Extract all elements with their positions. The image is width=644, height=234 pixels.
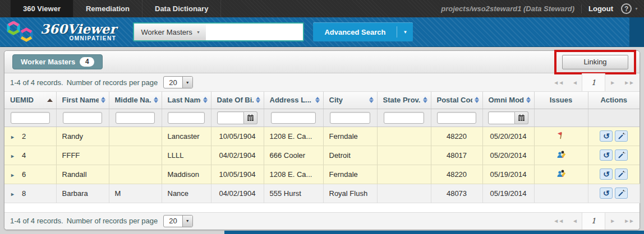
cell-state-province <box>377 146 431 165</box>
undo-icon: ↺ <box>603 151 610 159</box>
logo-title: 360Viewer <box>40 23 116 35</box>
advanced-search-dropdown[interactable]: ▼ <box>397 22 413 41</box>
prev-page-button[interactable]: ◄ <box>568 79 582 86</box>
nav-tab-remediation[interactable]: Remediation <box>73 0 142 17</box>
person-edit-icon <box>556 150 566 159</box>
nav-tab-360-viewer[interactable]: 360 Viewer <box>10 0 73 17</box>
cell-city: Royal Flush <box>323 184 377 203</box>
results-panel: Worker Masters 4 Linking 1-4 of 4 record… <box>4 50 640 230</box>
column-label: First Name <box>62 96 99 104</box>
records-bar-top: 1-4 of 4 records. Number of records per … <box>4 73 640 92</box>
filter-state-province-input[interactable] <box>384 112 424 124</box>
calendar-picker-button[interactable] <box>515 111 528 124</box>
next-page-button[interactable]: ► <box>605 218 619 224</box>
cell-middle-name <box>109 146 162 165</box>
history-action-button[interactable]: ↺ <box>600 188 613 199</box>
logout-button[interactable]: Logout <box>588 4 613 13</box>
table-row[interactable]: ►2 Randy Lancaster 10/05/1904 1208 E. Ca… <box>4 127 640 146</box>
search-input[interactable] <box>206 24 305 40</box>
history-action-button[interactable]: ↺ <box>600 130 613 142</box>
cell-last-name: Nance <box>162 184 211 203</box>
expand-row-icon[interactable]: ► <box>10 153 15 159</box>
undo-icon: ↺ <box>603 170 610 178</box>
filter-uemid-input[interactable] <box>11 112 50 124</box>
person-edit-icon <box>556 169 566 178</box>
calendar-icon <box>247 114 254 121</box>
cell-uemid: 4 <box>22 151 26 160</box>
column-header-date-of-birth[interactable]: Date Of Bi... <box>211 92 264 109</box>
filter-middle-name-input[interactable] <box>116 112 155 124</box>
worker-masters-table: UEMID First Name Middle Na... Last Name … <box>4 92 640 203</box>
cell-address: 1208 E. Ca... <box>264 165 323 184</box>
table-row[interactable]: ►8 Barbara M Nance 04/02/1904 555 Hurst … <box>4 184 640 203</box>
first-page-button[interactable]: ◄◄ <box>549 79 568 86</box>
calendar-icon <box>518 114 525 121</box>
nav-tab-data-dictionary[interactable]: Data Dictionary <box>142 0 221 17</box>
cell-address: 555 Hurst <box>264 184 323 203</box>
prev-page-button[interactable]: ◄ <box>568 218 582 224</box>
column-header-last-name[interactable]: Last Name <box>162 92 211 109</box>
column-header-address[interactable]: Address L... <box>264 92 323 109</box>
column-label: City <box>329 96 343 104</box>
sort-icon <box>472 97 479 103</box>
column-label: Middle Na... <box>115 96 151 104</box>
current-page[interactable]: 1 <box>582 213 605 230</box>
sort-icon <box>151 97 158 103</box>
cell-first-name: FFFF <box>56 146 109 165</box>
column-label: Actions <box>600 96 627 104</box>
first-page-button[interactable]: ◄◄ <box>549 218 568 224</box>
column-header-uemid[interactable]: UEMID <box>4 92 56 109</box>
per-page-select[interactable]: 20 ▼ <box>163 76 192 88</box>
column-header-city[interactable]: City <box>323 92 377 109</box>
history-action-button[interactable]: ↺ <box>600 149 613 161</box>
resolve-action-button[interactable] <box>615 169 628 180</box>
cell-first-name: Barbara <box>56 184 109 203</box>
table-bottom-spacer <box>4 203 640 212</box>
filter-city-input[interactable] <box>330 112 370 124</box>
filter-omni-modified-input[interactable] <box>488 111 515 124</box>
cell-city: Detroit <box>323 146 377 165</box>
last-page-button[interactable]: ►► <box>619 218 638 224</box>
cell-postal-code: 48017 <box>431 146 482 165</box>
main-content: Worker Masters 4 Linking 1-4 of 4 record… <box>0 47 644 230</box>
sort-icon <box>367 97 374 103</box>
column-header-middle-name[interactable]: Middle Na... <box>109 92 162 109</box>
next-page-button[interactable]: ► <box>605 79 619 86</box>
column-header-omni-modified[interactable]: Omni Mod... <box>482 92 534 109</box>
table-row[interactable]: ►4 FFFF LLLL 04/02/1904 666 Cooler Detro… <box>4 146 640 165</box>
cell-omni-modified: 05/20/2014 <box>482 146 534 165</box>
column-header-state-province[interactable]: State Prov... <box>377 92 431 109</box>
filter-postal-code-input[interactable] <box>437 112 476 124</box>
per-page-select[interactable]: 20 ▼ <box>163 215 192 227</box>
records-summary: 1-4 of 4 records. <box>10 78 63 87</box>
resolve-action-button[interactable] <box>615 149 628 161</box>
cell-postal-code: 48073 <box>431 184 482 203</box>
filter-first-name-input[interactable] <box>63 112 103 124</box>
per-page-value: 20 <box>164 77 182 88</box>
resolve-action-button[interactable] <box>615 188 628 199</box>
expand-row-icon[interactable]: ► <box>10 172 15 178</box>
cell-middle-name <box>109 165 162 184</box>
column-header-first-name[interactable]: First Name <box>56 92 109 109</box>
filter-address-input[interactable] <box>271 112 316 124</box>
filter-last-name-input[interactable] <box>168 112 205 124</box>
tab-worker-masters[interactable]: Worker Masters 4 <box>12 54 103 69</box>
last-page-button[interactable]: ►► <box>619 79 638 86</box>
current-page[interactable]: 1 <box>582 73 605 91</box>
advanced-search-button[interactable]: Advanced Search <box>313 22 397 41</box>
filter-row <box>4 109 640 127</box>
column-header-postal-code[interactable]: Postal Code <box>431 92 482 109</box>
history-action-button[interactable]: ↺ <box>600 169 613 180</box>
entity-selector-dropdown[interactable]: Worker Masters ▼ <box>134 24 205 40</box>
top-nav: 360 Viewer Remediation Data Dictionary p… <box>0 0 644 17</box>
calendar-picker-button[interactable] <box>244 111 257 124</box>
help-menu[interactable]: ? ▼ <box>621 3 638 14</box>
filter-date-of-birth-input[interactable] <box>217 111 244 124</box>
expand-row-icon[interactable]: ► <box>10 134 15 140</box>
column-label: Issues <box>550 96 572 104</box>
help-icon[interactable]: ? <box>621 3 632 14</box>
resolve-action-button[interactable] <box>615 130 628 142</box>
expand-row-icon[interactable]: ► <box>10 191 15 197</box>
table-row[interactable]: ►6 Randall Maddison 10/05/1904 1208 E. C… <box>4 165 640 184</box>
linking-button[interactable]: Linking <box>562 55 628 69</box>
